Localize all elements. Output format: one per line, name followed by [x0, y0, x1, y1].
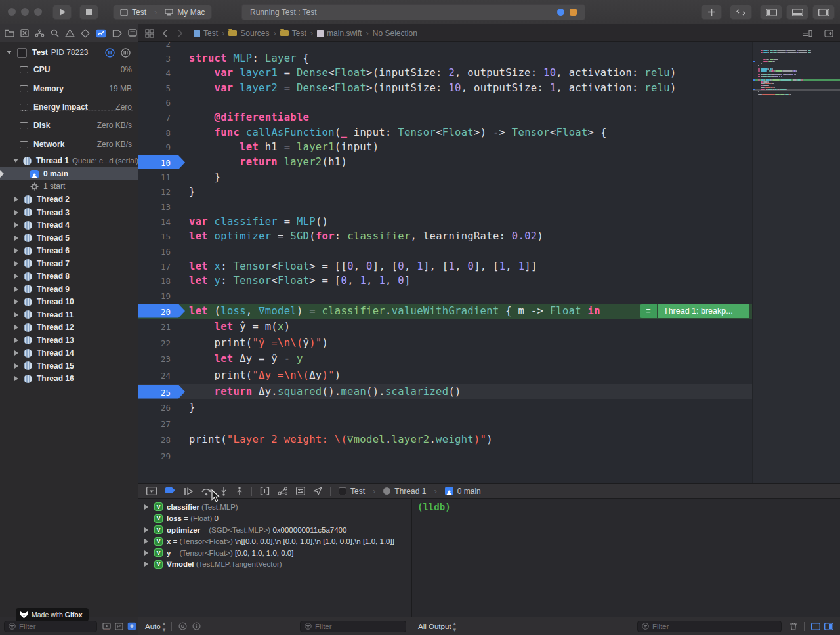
- disclosure-triangle[interactable]: [144, 539, 148, 544]
- source-editor[interactable]: 23struct MLP: Layer {4 var layer1 = Dens…: [138, 42, 752, 483]
- thread-row[interactable]: Thread 16: [0, 372, 138, 385]
- disclosure-triangle[interactable]: [14, 222, 18, 228]
- gauge-row-cpu[interactable]: CPU0%: [0, 63, 138, 76]
- filter-flagged-icon[interactable]: [115, 623, 123, 630]
- disclosure-triangle[interactable]: [7, 51, 12, 54]
- line-number[interactable]: 7: [138, 110, 173, 125]
- line-number[interactable]: 28: [138, 432, 173, 447]
- code-line-22[interactable]: 22 print("ŷ =\n\(ŷ)"): [138, 336, 752, 351]
- code-line-21[interactable]: 21 let ŷ = m(x): [138, 319, 752, 335]
- variables-view[interactable]: Vclassifier (Test.MLP)Vloss = (Float) 0V…: [138, 499, 411, 617]
- breadcrumb-file[interactable]: main.swift: [317, 29, 362, 38]
- toggle-debug-area-button[interactable]: [786, 5, 808, 20]
- line-number[interactable]: 19: [138, 289, 173, 304]
- breadcrumb-project[interactable]: Test: [194, 29, 218, 38]
- thread-row[interactable]: Thread 6: [0, 244, 138, 257]
- code-line-10[interactable]: 10 return layer2(h1): [138, 155, 752, 170]
- line-number[interactable]: 23: [138, 352, 173, 367]
- code-line-29[interactable]: 29: [138, 449, 752, 464]
- thread-row[interactable]: Thread 10: [0, 295, 138, 308]
- disclosure-triangle[interactable]: [14, 248, 18, 253]
- code-line-24[interactable]: 24 print("Δy =\n\(Δy)"): [138, 368, 752, 383]
- disclosure-triangle[interactable]: [14, 261, 18, 266]
- gauge-row-energy-impact[interactable]: Energy ImpactZero: [0, 100, 138, 113]
- thread-row[interactable]: Thread 3: [0, 206, 138, 219]
- frame-row-start[interactable]: 1 start: [0, 180, 138, 193]
- project-navigator-icon[interactable]: [5, 29, 14, 37]
- line-number[interactable]: 18: [138, 274, 173, 289]
- code-line-14[interactable]: 14var classifier = MLP(): [138, 215, 752, 230]
- variable-row-y[interactable]: Vy = (Tensor<Float>) [0.0, 1.0, 1.0, 0.0…: [138, 547, 411, 558]
- code-line-5[interactable]: 5 var layer2 = Dense<Float>(inputSize: 1…: [138, 81, 752, 96]
- disclosure-triangle[interactable]: [14, 197, 18, 202]
- editor-minimap[interactable]: [752, 42, 840, 483]
- stop-button[interactable]: [79, 5, 98, 20]
- code-line-25[interactable]: 25 return Δy.squared().mean().scalarized…: [138, 384, 752, 399]
- breakpoint-marker[interactable]: 10: [138, 155, 186, 169]
- line-number[interactable]: 25: [138, 385, 173, 400]
- line-number[interactable]: 14: [138, 215, 173, 230]
- navigator-filter-field[interactable]: Filter: [4, 621, 97, 632]
- breakpoint-marker[interactable]: 20: [138, 304, 186, 318]
- library-add-button[interactable]: [701, 5, 722, 20]
- variable-row-∇model[interactable]: V∇model (Test.MLP.TangentVector): [138, 559, 411, 570]
- code-line-26[interactable]: 26}: [138, 400, 752, 415]
- console-view[interactable]: (lldb): [411, 499, 840, 617]
- disclosure-triangle[interactable]: [144, 562, 148, 567]
- test-navigator-icon[interactable]: [81, 29, 90, 38]
- issue-status-icon[interactable]: [570, 9, 577, 16]
- console-scope-select[interactable]: All Output▴▾: [418, 620, 455, 633]
- hide-debug-area-icon[interactable]: [146, 487, 157, 495]
- toggle-variables-pane-icon[interactable]: [811, 623, 820, 630]
- code-line-7[interactable]: 7 @differentiable: [138, 110, 752, 125]
- disclosure-triangle[interactable]: [144, 527, 148, 533]
- thread-row[interactable]: Thread 4: [0, 218, 138, 232]
- symbol-navigator-icon[interactable]: [35, 29, 45, 37]
- line-number[interactable]: 11: [138, 170, 173, 185]
- thread-row[interactable]: Thread 2: [0, 193, 138, 206]
- environment-overrides-icon[interactable]: [296, 487, 305, 495]
- breadcrumb-target[interactable]: Test: [280, 29, 306, 38]
- debug-view-hierarchy-icon[interactable]: [260, 487, 270, 495]
- disclosure-triangle[interactable]: [144, 550, 148, 556]
- gauge-row-network[interactable]: NetworkZero KB/s: [0, 138, 138, 151]
- show-types-icon[interactable]: [178, 622, 187, 630]
- go-forward-icon[interactable]: [177, 30, 183, 37]
- debug-memory-graph-icon[interactable]: [278, 487, 288, 495]
- toggle-console-pane-icon[interactable]: [824, 623, 833, 630]
- line-number[interactable]: 5: [138, 81, 173, 96]
- disclosure-triangle[interactable]: [14, 376, 18, 381]
- line-number[interactable]: 9: [138, 140, 173, 155]
- clear-console-icon[interactable]: [789, 622, 797, 630]
- line-number[interactable]: 29: [138, 449, 173, 464]
- code-line-9[interactable]: 9 let h1 = layer1(input): [138, 140, 752, 155]
- breadcrumb-selection[interactable]: No Selection: [373, 29, 417, 38]
- breakpoints-toggle-icon[interactable]: [165, 487, 176, 495]
- disclosure-triangle[interactable]: [14, 287, 18, 292]
- code-line-3[interactable]: 3struct MLP: Layer {: [138, 51, 752, 66]
- step-over-icon[interactable]: [201, 487, 212, 496]
- variable-row-loss[interactable]: Vloss = (Float) 0: [138, 513, 411, 524]
- variables-scope-select[interactable]: Auto▴▾: [145, 620, 165, 633]
- disclosure-triangle[interactable]: [14, 312, 18, 318]
- simulate-location-icon[interactable]: [313, 487, 322, 495]
- line-number[interactable]: 20: [138, 304, 173, 319]
- line-number[interactable]: 16: [138, 244, 173, 259]
- disclosure-triangle[interactable]: [144, 504, 148, 510]
- debug-jump-thread[interactable]: Thread 1: [394, 487, 426, 496]
- view-process-icon[interactable]: [121, 48, 131, 58]
- line-number[interactable]: 27: [138, 417, 173, 432]
- breakpoint-navigator-icon[interactable]: [112, 30, 122, 37]
- step-out-icon[interactable]: [236, 487, 243, 496]
- code-line-12[interactable]: 12}: [138, 184, 752, 199]
- frame-row-main[interactable]: 0 main: [0, 167, 138, 180]
- disclosure-triangle[interactable]: [13, 159, 18, 163]
- step-into-icon[interactable]: [220, 487, 228, 496]
- code-line-27[interactable]: 27: [138, 417, 752, 432]
- code-line-19[interactable]: 19: [138, 289, 752, 304]
- gauge-row-disk[interactable]: DiskZero KB/s: [0, 119, 138, 132]
- debug-jump-process[interactable]: Test: [350, 487, 365, 496]
- debug-jump-frame[interactable]: 0 main: [457, 487, 481, 496]
- add-editor-icon[interactable]: [824, 30, 833, 37]
- code-line-8[interactable]: 8 func callAsFunction(_ input: Tensor<Fl…: [138, 125, 752, 140]
